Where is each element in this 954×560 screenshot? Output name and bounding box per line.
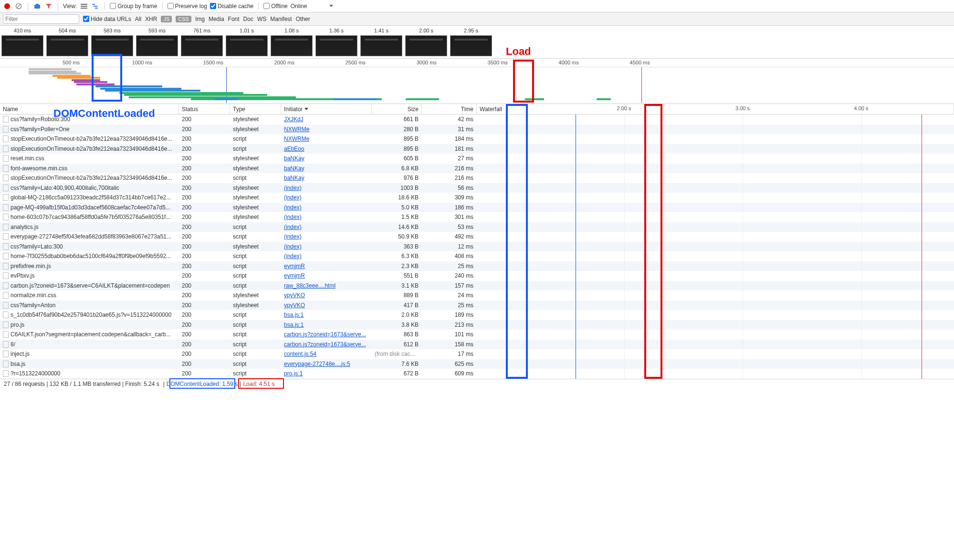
type-filter-ws[interactable]: WS — [257, 16, 266, 22]
requests-table: Name Status Type Initiator Size Time Wat… — [0, 104, 954, 379]
type-filter-doc[interactable]: Doc — [243, 16, 253, 22]
filmstrip-frame[interactable]: 1.36 s — [315, 28, 358, 56]
col-size[interactable]: Size — [372, 104, 422, 114]
filmstrip: 410 ms504 ms583 ms593 ms761 ms1.01 s1.08… — [0, 26, 954, 59]
svg-rect-4 — [81, 4, 87, 5]
filmstrip-frame[interactable]: 593 ms — [136, 28, 178, 56]
type-filter-all[interactable]: All — [135, 16, 141, 22]
thumbnail — [181, 35, 223, 56]
status-summary: 27 / 86 requests | 132 KB / 1.1 MB trans… — [4, 381, 159, 387]
filter-bar: Hide data URLs AllXHRJSCSSImgMediaFontDo… — [0, 12, 954, 26]
svg-rect-6 — [81, 8, 87, 9]
network-toolbar: View: Group by frame Preserve log Disabl… — [0, 0, 954, 12]
clear-icon[interactable] — [14, 2, 23, 10]
type-filter-xhr[interactable]: XHR — [145, 16, 157, 22]
svg-rect-9 — [95, 8, 98, 9]
thumbnail — [450, 35, 492, 56]
disable-cache-checkbox[interactable]: Disable cache — [210, 3, 253, 10]
capture-screenshots-icon[interactable] — [33, 2, 42, 10]
filter-icon[interactable] — [44, 2, 53, 10]
svg-rect-2 — [34, 5, 40, 9]
throttling-select[interactable]: Online — [291, 3, 307, 10]
record-icon[interactable] — [3, 2, 11, 10]
type-filter-img[interactable]: Img — [195, 16, 205, 22]
col-waterfall[interactable]: Waterfall 2.00 s3.00 s4.00 s — [477, 104, 954, 114]
thumbnail — [315, 35, 357, 56]
thumbnail — [91, 35, 133, 56]
overview-timeline[interactable]: 500 ms1000 ms1500 ms2000 ms2500 ms3000 m… — [0, 59, 954, 104]
status-dcl: DOMContentLoaded: 1.59 s — [167, 381, 238, 387]
filmstrip-frame[interactable]: 583 ms — [91, 28, 134, 56]
group-by-frame-checkbox[interactable]: Group by frame — [110, 3, 157, 10]
filmstrip-frame[interactable]: 1.08 s — [270, 28, 313, 56]
filter-input[interactable] — [3, 14, 79, 24]
col-status[interactable]: Status — [179, 104, 230, 114]
thumbnail — [226, 35, 268, 56]
hide-data-urls-checkbox[interactable]: Hide data URLs — [83, 16, 131, 22]
svg-line-1 — [17, 4, 21, 8]
preserve-log-checkbox[interactable]: Preserve log — [168, 3, 207, 10]
table-header[interactable]: Name Status Type Initiator Size Time Wat… — [0, 104, 954, 114]
filmstrip-frame[interactable]: 761 ms — [180, 28, 223, 56]
col-initiator[interactable]: Initiator — [281, 104, 372, 114]
filmstrip-frame[interactable]: 504 ms — [46, 28, 89, 56]
filmstrip-frame[interactable]: 410 ms — [1, 28, 44, 56]
waterfall-view-icon[interactable] — [91, 2, 100, 10]
filmstrip-frame[interactable]: 1.41 s — [360, 28, 403, 56]
col-type[interactable]: Type — [230, 104, 281, 114]
large-rows-icon[interactable] — [80, 2, 88, 10]
type-filter-media[interactable]: Media — [209, 16, 224, 22]
type-filter-other[interactable]: Other — [296, 16, 310, 22]
thumbnail — [360, 35, 402, 56]
filmstrip-frame[interactable]: 2.00 s — [405, 28, 448, 56]
status-load: Load: 4.51 s — [243, 381, 274, 387]
svg-rect-8 — [94, 6, 97, 7]
offline-checkbox[interactable]: Offline — [263, 3, 287, 10]
thumbnail — [136, 35, 178, 56]
dropdown-icon[interactable] — [327, 2, 335, 10]
thumbnail — [1, 35, 43, 56]
svg-rect-7 — [92, 4, 95, 5]
thumbnail — [46, 35, 88, 56]
filmstrip-frame[interactable]: 2.95 s — [450, 28, 493, 56]
view-label: View: — [63, 3, 77, 10]
thumbnail — [405, 35, 447, 56]
type-filter-manifest[interactable]: Manifest — [270, 16, 292, 22]
type-filter-js[interactable]: JS — [161, 16, 172, 22]
thumbnail — [271, 35, 313, 56]
svg-rect-3 — [36, 4, 39, 5]
type-filter-font[interactable]: Font — [228, 16, 240, 22]
type-filter-css[interactable]: CSS — [176, 16, 191, 22]
sort-arrow-icon — [304, 108, 308, 110]
svg-rect-5 — [81, 6, 87, 7]
col-time[interactable]: Time — [422, 104, 477, 114]
col-name[interactable]: Name — [0, 104, 179, 114]
filmstrip-frame[interactable]: 1.01 s — [225, 28, 268, 56]
status-bar: 27 / 86 requests | 132 KB / 1.1 MB trans… — [0, 379, 954, 389]
